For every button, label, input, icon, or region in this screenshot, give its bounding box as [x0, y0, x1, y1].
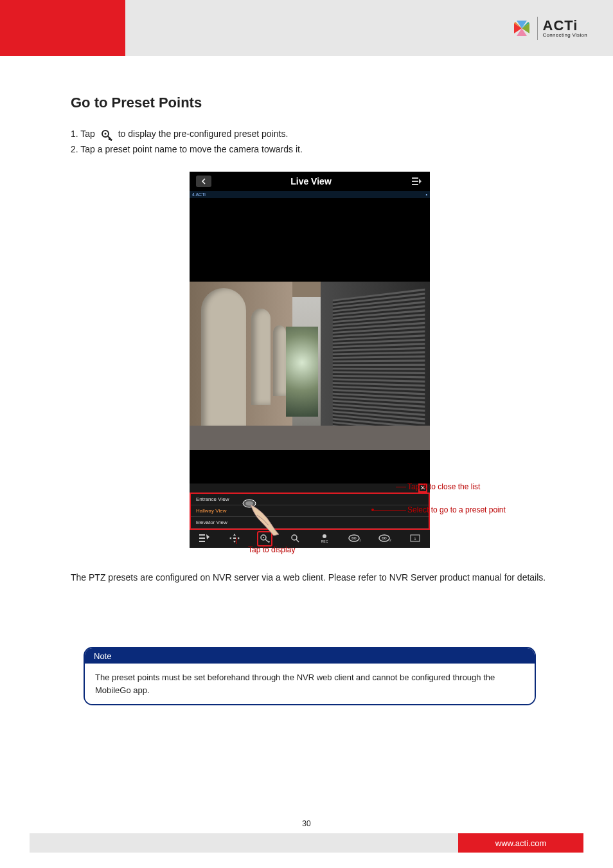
brand-name: ACTi [543, 19, 587, 33]
note-body: The preset points must be set beforehand… [85, 664, 535, 704]
header-red-block [0, 0, 125, 56]
svg-text:DO: DO [351, 536, 357, 540]
phone-header-menu-icon[interactable] [411, 176, 423, 186]
phone-screenshot: Live View 4 ACTi • [190, 172, 430, 533]
svg-rect-13 [199, 534, 205, 536]
svg-marker-17 [233, 534, 236, 536]
svg-rect-15 [199, 541, 205, 542]
camera-label: 4 ACTi [192, 192, 206, 197]
svg-text:2: 2 [389, 538, 391, 542]
phone-toolbar: REC DO 1 DO 2 1 [190, 530, 430, 548]
toolbar-rec-icon[interactable]: REC [317, 533, 332, 545]
svg-text:1: 1 [414, 537, 416, 541]
camera-label-bar: 4 ACTi • [190, 191, 430, 198]
svg-marker-8 [110, 140, 112, 141]
svg-text:DO: DO [382, 536, 387, 540]
paragraph: The PTZ presets are configured on NVR se… [71, 570, 549, 586]
callout-preset: Select to go to a preset point [407, 505, 506, 514]
svg-rect-21 [233, 538, 236, 539]
svg-marker-12 [419, 179, 422, 184]
svg-point-7 [104, 133, 106, 135]
back-button[interactable] [196, 176, 211, 187]
svg-rect-9 [412, 177, 418, 179]
brand-tagline: Connecting Vision [543, 33, 587, 38]
camera-label-dot: • [426, 192, 427, 197]
callout-close-x: Tap X to close the list [407, 482, 480, 491]
page-number: 30 [302, 819, 310, 828]
note-box: Note The preset points must be set befor… [84, 647, 536, 705]
step-1-pre: 1. Tap [71, 129, 95, 139]
svg-marker-20 [238, 537, 240, 539]
section-heading: Go to Preset Points [71, 95, 549, 111]
header-bar: ACTi Connecting Vision [0, 0, 613, 56]
footer-url: www.acti.com [458, 833, 583, 853]
toolbar-do2-icon[interactable]: DO 2 [377, 534, 393, 544]
svg-point-26 [323, 534, 326, 538]
brand-logo: ACTi Connecting Vision [511, 17, 587, 40]
camera-live-view[interactable] [190, 282, 430, 450]
preset-item[interactable]: Elevator View [191, 517, 429, 529]
svg-marker-18 [233, 541, 236, 543]
preset-item[interactable]: Entrance View [191, 494, 429, 505]
preset-item[interactable]: Hallway View [191, 505, 429, 517]
step-2: 2. Tap a preset point name to move the c… [71, 144, 303, 154]
svg-rect-14 [199, 538, 205, 539]
svg-marker-19 [229, 537, 231, 539]
note-title: Note [85, 648, 535, 664]
video-letterbox-top [190, 198, 430, 282]
preset-points-icon [100, 128, 113, 141]
svg-marker-16 [206, 534, 209, 539]
phone-header: Live View [190, 172, 430, 191]
body-text: 1. Tap to display the pre-configured pre… [71, 127, 549, 158]
svg-text:REC: REC [321, 539, 328, 543]
svg-point-25 [292, 535, 297, 540]
acti-logo-icon [511, 18, 532, 39]
toolbar-preset-icon[interactable] [257, 531, 272, 547]
page-content: Go to Preset Points 1. Tap to display th… [0, 56, 613, 705]
svg-text:1: 1 [359, 538, 361, 542]
step-1-post: to display the pre-configured preset poi… [118, 129, 289, 139]
svg-rect-11 [412, 184, 418, 185]
phone-screen-title: Live View [290, 176, 332, 186]
toolbar-zoom-icon[interactable] [287, 534, 303, 544]
svg-rect-10 [412, 181, 418, 182]
svg-point-23 [263, 537, 264, 538]
callout-tap-display: Tap to display [248, 545, 295, 554]
toolbar-do1-icon[interactable]: DO 1 [347, 534, 362, 544]
footer: www.acti.com [30, 833, 583, 853]
preset-points-list: Entrance View Hallway View Elevator View [190, 493, 430, 530]
footer-gray-block [30, 833, 458, 853]
toolbar-ptz-icon[interactable] [227, 534, 242, 544]
header-gray-block: ACTi Connecting Vision [125, 0, 613, 56]
toolbar-layout-icon[interactable]: 1 [407, 534, 423, 543]
toolbar-list-icon[interactable] [197, 534, 212, 543]
video-letterbox-bottom [190, 450, 430, 484]
preset-list-close-row: ✕ [190, 484, 430, 493]
